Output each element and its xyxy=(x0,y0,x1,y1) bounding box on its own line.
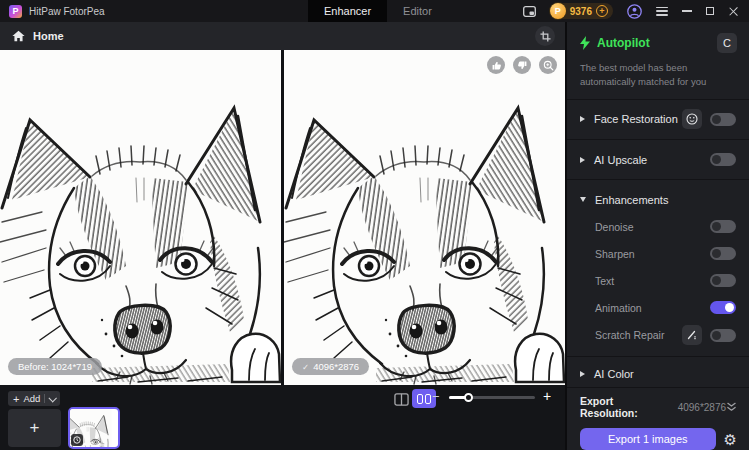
row-sharpen: Sharpen xyxy=(567,240,749,267)
face-restoration-label: Face Restoration xyxy=(594,113,682,125)
thumbs-up-button[interactable] xyxy=(487,56,505,74)
autopilot-section: Autopilot C The best model has been auto… xyxy=(567,22,749,100)
enhancements-label: Enhancements xyxy=(595,194,736,206)
slider-handle[interactable] xyxy=(464,393,473,402)
workspace: Home Before: 1024*719 xyxy=(0,22,565,450)
export-resolution-label: Export Resolution: xyxy=(580,395,674,419)
animation-label: Animation xyxy=(580,302,710,314)
section-ai-color[interactable]: AI Color xyxy=(567,361,749,388)
coin-icon: P xyxy=(550,3,566,19)
double-chevron-icon[interactable] xyxy=(726,402,737,412)
divider xyxy=(567,349,749,357)
main-tabs: Enhancer Editor xyxy=(308,0,448,22)
before-resolution-badge: Before: 1024*719 xyxy=(8,358,102,375)
text-label: Text xyxy=(580,275,710,287)
sharpen-toggle[interactable] xyxy=(710,247,736,260)
export-button[interactable]: Export 1 images xyxy=(580,428,716,450)
expand-arrow-icon[interactable] xyxy=(580,197,586,202)
after-image-pane[interactable]: ✓ 4096*2876 xyxy=(284,50,565,385)
minimize-button[interactable] xyxy=(682,10,692,12)
maximize-button[interactable] xyxy=(706,7,714,15)
face-settings-button[interactable] xyxy=(682,109,702,129)
split-view-button[interactable] xyxy=(394,392,409,411)
add-file-button[interactable]: + Add xyxy=(8,391,60,406)
zoom-out-button[interactable]: − xyxy=(432,389,440,404)
scratch-repair-toggle[interactable] xyxy=(710,329,736,342)
app-window: P HitPaw FotorPea Enhancer Editor P 9376… xyxy=(0,0,749,450)
collapse-arrow-icon[interactable] xyxy=(580,371,585,377)
tab-enhancer[interactable]: Enhancer xyxy=(308,0,387,22)
smiley-icon xyxy=(686,113,698,125)
image-thumbnail-selected[interactable] xyxy=(68,407,120,449)
after-resolution-badge: ✓ 4096*2876 xyxy=(292,358,369,375)
autopilot-description: The best model has been automatically ma… xyxy=(580,61,738,90)
denoise-label: Denoise xyxy=(580,221,710,233)
face-restoration-toggle[interactable] xyxy=(710,113,736,126)
home-bar: Home xyxy=(0,22,565,50)
section-enhancements[interactable]: Enhancements xyxy=(567,180,749,213)
sidebar: Autopilot C The best model has been auto… xyxy=(565,22,749,450)
ai-upscale-label: AI Upscale xyxy=(594,154,710,166)
home-icon xyxy=(12,30,25,42)
footer-toolbar: + Add + − + xyxy=(0,385,565,450)
scratch-repair-label: Scratch Repair xyxy=(580,329,682,341)
divider xyxy=(44,394,45,403)
text-toggle[interactable] xyxy=(710,274,736,287)
result-actions xyxy=(487,56,557,74)
titlebar-controls: P 9376 + xyxy=(523,0,749,22)
collapse-arrow-icon[interactable] xyxy=(580,116,585,122)
ai-upscale-toggle[interactable] xyxy=(710,153,736,166)
add-image-tile[interactable]: + xyxy=(8,409,61,447)
refresh-button[interactable]: C xyxy=(717,33,737,53)
row-animation: Animation xyxy=(567,294,749,321)
add-button-label: Add xyxy=(23,393,40,404)
app-logo-icon: P xyxy=(9,5,22,18)
gear-icon[interactable]: ⚙ xyxy=(724,432,737,447)
breadcrumb-home[interactable]: Home xyxy=(33,30,64,42)
titlebar: P HitPaw FotorPea Enhancer Editor P 9376… xyxy=(0,0,749,22)
compare-viewer: Before: 1024*719 ✓ xyxy=(0,50,565,385)
repair-pen-icon xyxy=(686,329,698,341)
before-image xyxy=(0,50,281,385)
app-title: HitPaw FotorPea xyxy=(29,6,105,17)
collapse-arrow-icon[interactable] xyxy=(580,157,585,163)
row-text: Text xyxy=(567,267,749,294)
credits-count: 9376 xyxy=(570,6,592,17)
screenshot-icon[interactable] xyxy=(523,6,536,17)
animation-toggle[interactable] xyxy=(710,301,736,314)
menu-icon[interactable] xyxy=(656,7,668,16)
denoise-toggle[interactable] xyxy=(710,220,736,233)
history-badge xyxy=(71,434,83,446)
account-icon[interactable] xyxy=(627,4,642,19)
before-image-pane[interactable]: Before: 1024*719 xyxy=(0,50,281,385)
thumbs-down-button[interactable] xyxy=(513,56,531,74)
credits-badge[interactable]: P 9376 + xyxy=(550,3,613,19)
section-ai-upscale[interactable]: AI Upscale xyxy=(567,140,749,180)
plus-icon: + xyxy=(30,418,40,438)
section-face-restoration[interactable]: Face Restoration xyxy=(567,100,749,141)
autopilot-title: Autopilot xyxy=(597,36,717,50)
tab-editor[interactable]: Editor xyxy=(387,0,448,22)
export-section: Export Resolution: 4096*2876 Export 1 im… xyxy=(567,388,749,450)
after-image xyxy=(284,50,565,385)
scratch-repair-tool-button[interactable] xyxy=(682,325,702,345)
zoom-in-button[interactable]: + xyxy=(543,388,551,404)
bolt-icon xyxy=(580,36,590,50)
row-scratch-repair: Scratch Repair xyxy=(567,322,749,349)
row-denoise: Denoise xyxy=(567,213,749,240)
plus-icon: + xyxy=(13,394,19,404)
zoom-preview-button[interactable] xyxy=(539,56,557,74)
sharpen-label: Sharpen xyxy=(580,248,710,260)
clock-icon xyxy=(73,436,81,444)
export-resolution-value: 4096*2876 xyxy=(678,402,726,413)
add-credits-icon[interactable]: + xyxy=(596,5,608,17)
ai-color-label: AI Color xyxy=(594,368,736,380)
zoom-slider[interactable] xyxy=(449,396,535,399)
close-button[interactable] xyxy=(728,6,739,17)
crop-button[interactable] xyxy=(535,26,555,46)
check-icon: ✓ xyxy=(302,362,309,372)
chevron-down-icon[interactable] xyxy=(49,394,57,402)
